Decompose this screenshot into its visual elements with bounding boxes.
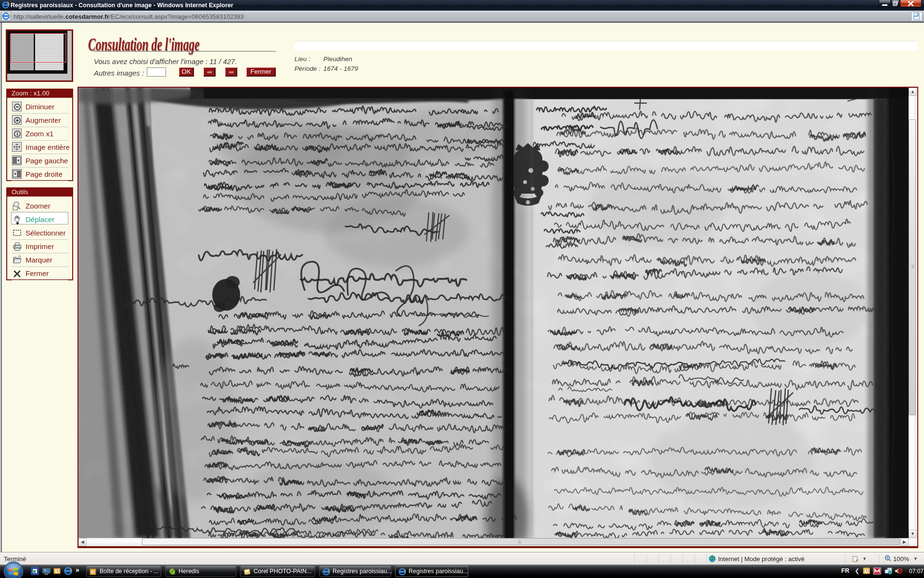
svg-text:1: 1 [16,131,18,136]
